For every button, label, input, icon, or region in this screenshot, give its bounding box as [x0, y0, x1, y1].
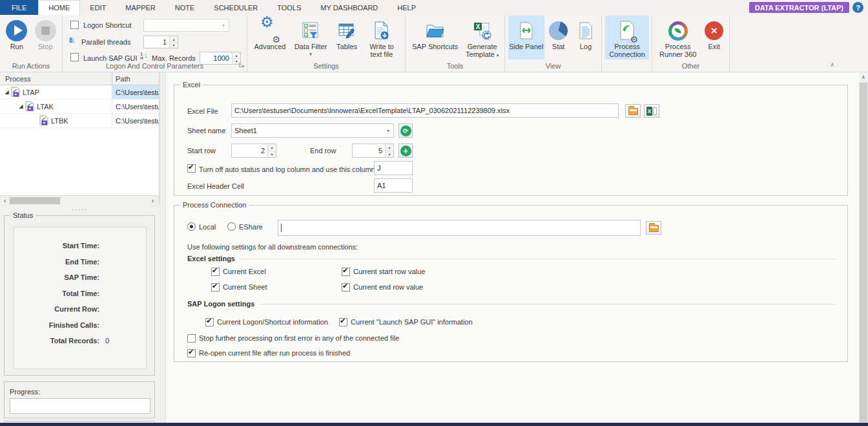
generate-template-icon: X: [473, 19, 491, 43]
stop-button[interactable]: Stop: [32, 16, 59, 59]
launch-sap-gui-checkbox[interactable]: ✔: [70, 53, 79, 61]
sap-time-label: SAP Time:: [14, 273, 99, 281]
main-content: Excel Excel File C:\Users\testuser\Docum…: [165, 72, 859, 423]
main-vertical-scrollbar[interactable]: ∧: [859, 72, 868, 423]
connection-path-input[interactable]: [278, 220, 641, 236]
expander-icon[interactable]: ◢: [3, 89, 10, 95]
tab-mapper[interactable]: MAPPER: [116, 0, 165, 15]
tree-item-path[interactable]: C:\Users\testu: [112, 100, 159, 114]
tab-my-dashboard[interactable]: MY DASHBOARD: [311, 0, 388, 15]
tables-button[interactable]: Tables: [332, 16, 362, 59]
scroll-up-icon[interactable]: ∧: [859, 72, 868, 82]
advanced-button[interactable]: ⚙⚙ Advanced: [251, 16, 289, 59]
expander-icon[interactable]: ◢: [17, 103, 25, 109]
run-button[interactable]: Run: [3, 16, 30, 59]
current-sheet-label: Current Sheet: [223, 283, 267, 291]
scroll-right-icon[interactable]: ›: [148, 197, 158, 205]
tree-item-path[interactable]: C:\Users\testu: [112, 85, 159, 100]
tab-file[interactable]: FILE: [0, 0, 38, 15]
sap-logon-settings-header: SAP Logon settings: [187, 300, 836, 308]
generate-template-button[interactable]: X Generate Template ▾: [462, 16, 502, 59]
stat-button[interactable]: Stat: [546, 16, 572, 59]
tree-row-ltap[interactable]: ◢ LTAP C:\Users\testu: [0, 85, 159, 100]
tab-scheduler[interactable]: SCHEDULER: [204, 0, 267, 15]
scrollbar-thumb[interactable]: [860, 83, 867, 422]
current-launch-sap-checkbox[interactable]: ✔: [339, 318, 347, 326]
current-excel-checkbox[interactable]: ✔: [211, 268, 220, 276]
group-label-run-actions: Run Actions: [0, 62, 62, 70]
refresh-sheets-button[interactable]: ⟳: [398, 123, 413, 138]
local-radio[interactable]: [187, 222, 196, 231]
log-icon: [579, 19, 593, 43]
tab-note[interactable]: NOTE: [165, 0, 205, 15]
write-to-text-file-icon: [374, 19, 389, 43]
group-other: Process Runner 360 × Exit Other: [652, 15, 730, 72]
group-label-settings: Settings: [247, 62, 405, 70]
eshare-radio[interactable]: [227, 222, 236, 231]
current-start-row-row: ✔ Current start row value: [342, 268, 425, 276]
window-bottom-border: [0, 423, 868, 426]
parallel-threads-value: 1: [144, 36, 169, 48]
column-header-path[interactable]: Path: [112, 72, 159, 85]
sheet-name-label: Sheet name: [187, 127, 225, 134]
add-range-button[interactable]: +: [398, 144, 413, 158]
logon-shortcut-checkbox[interactable]: ✔: [70, 21, 79, 29]
current-end-row-label: Current end row value: [353, 283, 423, 291]
excel-header-cell-input[interactable]: A1: [374, 178, 413, 193]
tree-row-ltak[interactable]: ◢ LTAK C:\Users\testu: [0, 100, 159, 114]
process-tree-panel: Process Path ◢ LTAP C:\Users\testu ◢ LTA…: [0, 72, 160, 195]
ribbon-tab-bar: FILE HOME EDIT MAPPER NOTE SCHEDULER TOO…: [0, 0, 868, 15]
start-row-stepper[interactable]: 2 ▴▾: [231, 144, 276, 158]
stop-on-error-checkbox[interactable]: ✔: [187, 334, 196, 343]
spin-up-icon: ▴: [268, 144, 276, 151]
process-connection-label: Process Connection: [605, 43, 649, 58]
reopen-file-checkbox[interactable]: ✔: [187, 349, 196, 357]
end-row-stepper[interactable]: 5 ▴▾: [352, 144, 394, 158]
tree-horizontal-scrollbar[interactable]: ‹ ›: [0, 195, 160, 205]
tree-item-path[interactable]: C:\Users\testu: [112, 114, 159, 128]
exit-button[interactable]: × Exit: [701, 16, 727, 59]
sheet-name-value: Sheet1: [232, 124, 383, 137]
local-radio-label: Local: [199, 223, 216, 231]
write-to-text-file-button[interactable]: Write to text file: [363, 16, 400, 59]
logon-shortcut-combo[interactable]: ▾: [143, 19, 229, 32]
scroll-left-icon[interactable]: ‹: [0, 197, 10, 205]
group-process-connection: ⚙ Process Connection: [602, 15, 652, 72]
help-icon[interactable]: ?: [852, 2, 863, 13]
current-start-row-checkbox[interactable]: ✔: [342, 268, 350, 276]
spin-down-icon: ▾: [386, 151, 393, 158]
status-column-input[interactable]: J: [374, 161, 413, 175]
tab-tools[interactable]: TOOLS: [267, 0, 311, 15]
browse-connection-button[interactable]: [646, 221, 661, 235]
current-logon-label: Current Logon/Shortcut information: [217, 318, 328, 326]
panel-splitter[interactable]: [160, 72, 165, 423]
log-button[interactable]: Log: [573, 16, 599, 59]
sheet-name-combo[interactable]: Sheet1 ▾: [231, 123, 394, 138]
excel-groupbox: Excel Excel File C:\Users\testuser\Docum…: [174, 85, 848, 196]
tab-home[interactable]: HOME: [38, 0, 80, 15]
excel-group-title: Excel: [180, 81, 203, 89]
process-runner-360-button[interactable]: Process Runner 360: [656, 16, 700, 59]
current-logon-checkbox[interactable]: ✔: [205, 318, 214, 326]
scrollbar-thumb[interactable]: [10, 197, 60, 204]
max-records-icon: 1n↓: [140, 52, 143, 60]
tree-row-ltbk[interactable]: LTBK C:\Users\testu: [0, 114, 159, 128]
current-sheet-checkbox[interactable]: ✔: [211, 283, 220, 292]
tab-help[interactable]: HELP: [388, 0, 426, 15]
ribbon-collapse-icon[interactable]: ∧: [830, 61, 834, 68]
parallel-threads-stepper[interactable]: 1 ▴▾: [143, 36, 178, 48]
browse-excel-file-button[interactable]: [625, 104, 641, 118]
data-filter-icon: [302, 19, 320, 43]
open-excel-button[interactable]: X: [644, 104, 659, 118]
turnoff-auto-status-checkbox[interactable]: ✔: [187, 164, 196, 173]
excel-file-input[interactable]: C:\Users\testuser\Documents\Innowera\Exc…: [231, 103, 619, 118]
reopen-file-row: ✔ Re-open current file after run process…: [187, 349, 350, 357]
current-end-row-checkbox[interactable]: ✔: [342, 283, 350, 292]
process-connection-button[interactable]: ⚙ Process Connection: [605, 16, 649, 59]
data-filter-button[interactable]: Data Filter ▾: [291, 16, 331, 59]
side-panel-button[interactable]: Side Panel: [508, 16, 544, 59]
column-header-process[interactable]: Process: [0, 72, 112, 85]
tab-edit[interactable]: EDIT: [80, 0, 116, 15]
finished-calls-label: Finished Calls:: [14, 321, 99, 329]
sap-shortcuts-button[interactable]: SAP Shortcuts: [409, 16, 461, 59]
